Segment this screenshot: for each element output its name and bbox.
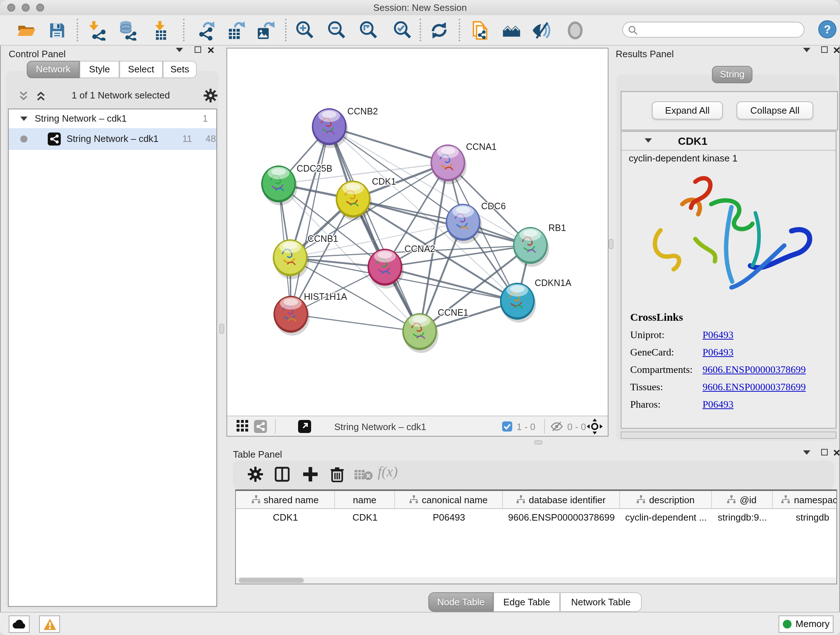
tab-style[interactable]: Style bbox=[80, 61, 119, 78]
cloud-icon bbox=[12, 619, 27, 629]
crosslink-pharos-link[interactable]: P06493 bbox=[703, 399, 734, 410]
table-header-row: shared namenamecanonical namedatabase id… bbox=[236, 491, 836, 509]
column-header-database-identifier[interactable]: database identifier bbox=[503, 491, 620, 508]
column-header-namespace[interactable]: namespace bbox=[773, 491, 837, 508]
edge-HIST1H1A-CCNE1[interactable] bbox=[291, 314, 420, 332]
show-columns-icon[interactable] bbox=[274, 466, 290, 482]
results-panel-float-icon[interactable] bbox=[821, 46, 828, 53]
crosslink-tissues-link[interactable]: 9606.ENSP00000378699 bbox=[703, 382, 806, 393]
share-view-icon[interactable] bbox=[254, 420, 267, 433]
new-network-from-selection-icon[interactable] bbox=[470, 20, 491, 41]
collapse-all-networks-icon[interactable] bbox=[18, 90, 29, 101]
column-header-canonical-name[interactable]: canonical name bbox=[395, 491, 503, 508]
expand-all-button[interactable]: Expand All bbox=[652, 101, 723, 119]
control-panel-float-icon[interactable] bbox=[195, 46, 201, 53]
results-scroll-strip bbox=[621, 432, 836, 439]
cell-name[interactable]: CDK1 bbox=[335, 509, 395, 526]
zoom-out-icon[interactable] bbox=[326, 20, 347, 41]
save-session-icon[interactable] bbox=[47, 20, 67, 41]
right-splitter-handle[interactable] bbox=[608, 239, 614, 249]
network-collection-row[interactable]: String Network – cdk1 1 bbox=[9, 109, 216, 128]
column-header-shared-name[interactable]: shared name bbox=[236, 491, 335, 508]
results-panel-menu-icon[interactable] bbox=[803, 48, 810, 52]
import-network-file-icon[interactable] bbox=[87, 20, 107, 41]
export-table-icon[interactable] bbox=[226, 20, 246, 41]
tab-network-table[interactable]: Network Table bbox=[560, 592, 642, 612]
cell-shared-name[interactable]: CDK1 bbox=[236, 509, 335, 526]
selection-status-text: 1 of 1 Network selected bbox=[72, 90, 170, 101]
node-label-CCNB1: CCNB1 bbox=[308, 233, 338, 244]
selected-checkbox-icon[interactable] bbox=[502, 421, 512, 432]
network-canvas[interactable]: CCNB2CCNA1CDC25BCDK1CDC6RB1CCNB1CCNA2CDK… bbox=[227, 49, 608, 416]
table-panel-close-icon[interactable]: ✕ bbox=[833, 450, 840, 457]
tab-select[interactable]: Select bbox=[119, 61, 163, 78]
table-hscrollbar-thumb[interactable] bbox=[239, 578, 304, 583]
hidden-eye-icon[interactable] bbox=[551, 421, 563, 432]
network-row-selected[interactable]: String Network – cdk1 11 48 bbox=[9, 128, 216, 150]
grid-view-icon[interactable] bbox=[237, 420, 249, 432]
help-button[interactable]: ? bbox=[818, 20, 836, 38]
tab-network[interactable]: Network bbox=[27, 61, 80, 78]
zoom-in-icon[interactable] bbox=[294, 20, 315, 41]
add-column-icon[interactable] bbox=[302, 466, 318, 482]
results-panel-close-icon[interactable]: ✕ bbox=[833, 47, 840, 54]
bottom-splitter-handle[interactable] bbox=[534, 440, 543, 445]
tab-edge-table[interactable]: Edge Table bbox=[493, 592, 560, 612]
export-image-icon[interactable] bbox=[255, 20, 275, 41]
column-header-name[interactable]: name bbox=[335, 491, 395, 508]
crosslink-genecard-link[interactable]: P06493 bbox=[703, 347, 734, 358]
birdseye-view-icon[interactable] bbox=[501, 20, 522, 41]
tab-string[interactable]: String bbox=[712, 66, 752, 83]
edge-CCNB2-HIST1H1A[interactable] bbox=[291, 127, 329, 314]
control-panel-close-icon[interactable]: ✕ bbox=[207, 47, 215, 54]
control-panel-menu-icon[interactable] bbox=[176, 48, 183, 52]
table-panel-menu-icon[interactable] bbox=[803, 450, 810, 455]
tab-node-table[interactable]: Node Table bbox=[428, 592, 493, 612]
node-label-CDC25B: CDC25B bbox=[297, 163, 332, 173]
table-hscrollbar[interactable] bbox=[236, 577, 836, 584]
search-input[interactable] bbox=[622, 22, 805, 38]
cell-canonical-name[interactable]: P06493 bbox=[395, 509, 503, 526]
delete-column-icon[interactable] bbox=[329, 466, 345, 482]
collapse-all-button[interactable]: Collapse All bbox=[737, 101, 813, 119]
cell--id[interactable]: stringdb:9... bbox=[712, 509, 773, 526]
gene-section-header[interactable]: CDK1 bbox=[622, 132, 836, 150]
crosslink-compartments-link[interactable]: 9606.ENSP00000378699 bbox=[703, 364, 806, 375]
left-splitter-handle[interactable] bbox=[219, 324, 224, 334]
cell-database-identifier[interactable]: 9606.ENSP00000378699 bbox=[503, 509, 620, 526]
fit-content-icon[interactable] bbox=[358, 20, 378, 41]
show-graphics-details-icon[interactable] bbox=[565, 20, 585, 41]
import-network-database-icon[interactable] bbox=[117, 20, 137, 41]
table-panel-float-icon[interactable] bbox=[821, 449, 828, 455]
cloud-button[interactable] bbox=[9, 616, 30, 633]
zoom-selected-icon[interactable] bbox=[392, 20, 412, 41]
node-CDKN1A[interactable]: CDKN1A bbox=[500, 278, 572, 323]
collection-expand-icon[interactable] bbox=[20, 117, 27, 121]
hide-selected-icon[interactable] bbox=[531, 20, 551, 41]
table-row[interactable]: CDK1CDK1P064939606.ENSP00000378699cyclin… bbox=[236, 509, 836, 526]
open-session-icon[interactable] bbox=[16, 20, 36, 41]
node-table[interactable]: shared namenamecanonical namedatabase id… bbox=[235, 489, 837, 584]
crosslink-uniprot-link[interactable]: P06493 bbox=[703, 329, 734, 340]
column-label: database identifier bbox=[529, 494, 606, 505]
birdseye-toggle-icon[interactable] bbox=[587, 418, 603, 434]
gene-collapse-icon[interactable] bbox=[645, 138, 652, 143]
apply-layout-icon[interactable] bbox=[429, 20, 449, 41]
cell-namespace[interactable]: stringdb bbox=[773, 509, 837, 526]
node-RB1[interactable]: RB1 bbox=[513, 223, 566, 267]
memory-button[interactable]: Memory bbox=[778, 616, 834, 633]
detach-view-icon[interactable] bbox=[298, 420, 311, 433]
expand-all-networks-icon[interactable] bbox=[35, 90, 46, 101]
cell-description[interactable]: cyclin-dependent ... bbox=[620, 509, 712, 526]
column-header--id[interactable]: @id bbox=[712, 491, 773, 508]
table-options-gear-icon[interactable] bbox=[248, 466, 264, 482]
network-options-gear-icon[interactable] bbox=[203, 88, 218, 103]
node-CDC25B[interactable]: CDC25B bbox=[261, 163, 332, 205]
warnings-button[interactable] bbox=[39, 616, 60, 633]
import-table-file-icon[interactable] bbox=[150, 20, 171, 41]
export-network-icon[interactable] bbox=[196, 20, 216, 41]
node-HIST1H1A[interactable]: HIST1H1A bbox=[273, 291, 347, 336]
node-CDK1[interactable]: CDK1 bbox=[336, 176, 396, 220]
tab-sets[interactable]: Sets bbox=[163, 61, 197, 78]
column-header-description[interactable]: description bbox=[620, 491, 712, 508]
